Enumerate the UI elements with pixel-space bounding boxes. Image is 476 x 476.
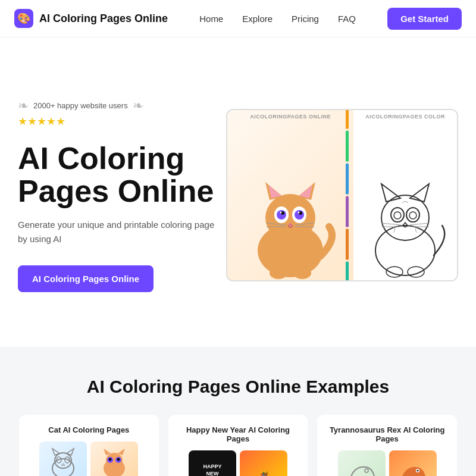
laurel-left: ❧ xyxy=(18,98,29,114)
svg-point-22 xyxy=(381,195,429,240)
svg-point-36 xyxy=(52,459,74,476)
colored-cat-svg xyxy=(243,161,338,280)
svg-point-12 xyxy=(280,212,282,214)
dino-image-1 xyxy=(338,450,386,476)
nav-faq[interactable]: FAQ xyxy=(338,14,356,24)
pencil xyxy=(346,164,349,195)
svg-point-53 xyxy=(416,470,418,472)
dino-image-2 xyxy=(389,450,437,476)
card-title-cat: Cat AI Coloring Pages xyxy=(26,425,152,434)
svg-marker-29 xyxy=(403,223,408,226)
svg-point-8 xyxy=(277,210,286,220)
cat-image-1 xyxy=(39,441,87,476)
svg-point-13 xyxy=(298,212,300,214)
svg-point-20 xyxy=(293,267,311,279)
svg-point-9 xyxy=(295,210,304,220)
card-title-hny: Happy New Year AI Coloring Pages xyxy=(176,425,301,443)
hero-badge: ❧ 2000+ happy website users ❧ ★★★★★ xyxy=(18,98,220,128)
svg-line-30 xyxy=(381,223,400,225)
pencil xyxy=(346,110,349,129)
pencil xyxy=(346,262,349,281)
svg-point-21 xyxy=(375,226,435,275)
example-card-hny: Happy New Year AI Coloring Pages HAPPYNE… xyxy=(168,415,308,476)
get-started-button[interactable]: Get Started xyxy=(387,8,462,30)
laurel-right: ❧ xyxy=(133,98,143,114)
brand-icon: 🎨 xyxy=(14,9,33,28)
outline-cat-panel: AICOLORINGPAGES COLOR xyxy=(353,110,457,280)
svg-point-25 xyxy=(391,208,404,222)
hero-description: Generate your unique and printable color… xyxy=(18,218,220,246)
svg-line-32 xyxy=(410,223,429,225)
svg-point-28 xyxy=(409,212,416,219)
nav-pricing[interactable]: Pricing xyxy=(292,14,319,24)
svg-point-19 xyxy=(270,267,287,279)
svg-point-27 xyxy=(394,212,401,219)
examples-title: AI Coloring Pages Online Examples xyxy=(14,377,462,397)
hero-image: AICOLORINGPAGES ONLINE xyxy=(226,109,458,281)
hero-cta-button[interactable]: AI Coloring Pages Online xyxy=(18,265,154,292)
star-rating: ★★★★★ xyxy=(18,115,65,128)
pencil xyxy=(346,229,349,260)
svg-point-26 xyxy=(406,208,419,222)
hero-title: AI Coloring Pages Online xyxy=(18,142,220,207)
colored-cat-panel: AICOLORINGPAGES ONLINE xyxy=(227,110,353,280)
examples-section: AI Coloring Pages Online Examples Cat AI… xyxy=(0,347,476,476)
hny-image-2: 🎊 xyxy=(240,450,287,476)
nav-explore[interactable]: Explore xyxy=(242,14,273,24)
examples-grid: Cat AI Coloring Pages xyxy=(14,415,462,476)
hero-left: ❧ 2000+ happy website users ❧ ★★★★★ AI C… xyxy=(18,98,220,292)
cat-image-2 xyxy=(90,441,138,476)
badge-text: 2000+ happy website users xyxy=(33,101,128,110)
cat-images xyxy=(26,441,152,476)
svg-point-50 xyxy=(117,458,120,461)
pencil xyxy=(346,131,349,162)
example-card-cat: Cat AI Coloring Pages xyxy=(19,415,159,476)
svg-point-51 xyxy=(365,469,368,472)
svg-marker-42 xyxy=(61,464,65,465)
pencil-row xyxy=(346,110,349,280)
svg-marker-38 xyxy=(52,449,60,455)
hny-images: HAPPYNEWYEAR 🎊 xyxy=(176,450,301,476)
card-title-dino: Tyrannosaurus Rex AI Coloring Pages xyxy=(324,425,450,443)
brand-logo[interactable]: 🎨 AI Coloring Pages Online xyxy=(14,9,168,28)
hny-image-1: HAPPYNEWYEAR xyxy=(189,450,236,476)
brand-name: AI Coloring Pages Online xyxy=(39,12,168,25)
example-card-dino: Tyrannosaurus Rex AI Coloring Pages xyxy=(317,415,457,476)
svg-marker-39 xyxy=(67,449,74,455)
nav-links: Home Explore Pricing FAQ xyxy=(199,14,356,24)
hero-section: ❧ 2000+ happy website users ❧ ★★★★★ AI C… xyxy=(0,37,476,347)
svg-point-1 xyxy=(265,194,315,242)
dino-images xyxy=(324,450,450,476)
pencil xyxy=(346,196,349,227)
nav-home[interactable]: Home xyxy=(199,14,223,24)
outline-cat-svg xyxy=(364,161,447,280)
svg-point-49 xyxy=(109,458,112,461)
